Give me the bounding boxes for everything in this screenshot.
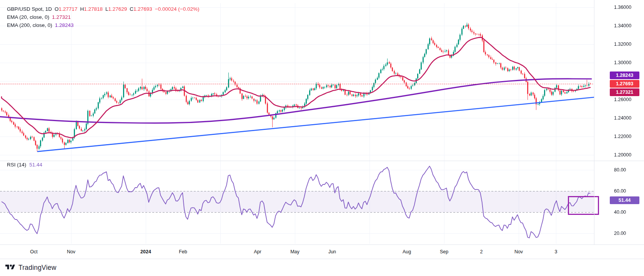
time-axis-label: Aug	[403, 249, 411, 254]
ema20-value: 1.27321	[52, 14, 71, 20]
ohlc-open: O1.27717	[55, 6, 77, 12]
price-axis-label: 1.24000	[614, 115, 631, 121]
tradingview-logo-link[interactable]: TradingView	[5, 263, 57, 272]
time-axis-separator	[0, 244, 644, 245]
rsi-value: 51.44	[29, 162, 42, 168]
time-axis-label: Feb	[179, 249, 187, 254]
price-axis-label: 1.36000	[614, 5, 631, 10]
time-axis-label: Nov	[67, 249, 75, 254]
rsi-axis-label: 40.00	[614, 209, 626, 215]
ohlc-low: L1.27629	[105, 6, 127, 12]
price-axis-label: 1.22000	[614, 134, 631, 139]
price-axis-label: 1.26000	[614, 97, 631, 102]
price-change: −0.00024 (−0.02%)	[155, 6, 200, 12]
chart-legend: GBP/USD Spot, 1D O1.27717 H1.27818 L1.27…	[7, 6, 199, 28]
ohlc-high: H1.27818	[80, 6, 103, 12]
rsi-axis-label: 20.00	[614, 231, 626, 236]
rsi-value-badge: 51.44	[610, 196, 639, 204]
chart-canvas[interactable]	[0, 0, 644, 259]
tradingview-logo-text: TradingView	[18, 264, 57, 272]
time-axis-label: Jun	[328, 249, 336, 254]
price-axis-label: 1.32000	[614, 42, 631, 47]
time-axis-label: 2024	[140, 249, 151, 254]
time-scale[interactable]: OctNov2024FebAprMayJunAugSep2Nov3	[0, 245, 644, 258]
time-axis-label: 3	[555, 249, 557, 254]
panel-separator[interactable]	[0, 161, 644, 161]
rsi-legend-row[interactable]: RSI (14) 51.44	[7, 162, 42, 168]
ema200-value: 1.28243	[55, 22, 74, 28]
ohlc-close: C1.27693	[130, 6, 152, 12]
ema20-price-badge: 1.27321	[610, 88, 639, 96]
time-axis-label: Nov	[514, 249, 523, 254]
rsi-axis-label: 80.00	[614, 167, 626, 173]
tradingview-logo-icon	[5, 263, 15, 272]
rsi-axis-label: 60.00	[614, 188, 626, 194]
last-price-badge: 1.27693	[610, 80, 639, 88]
price-axis-label: 1.30000	[614, 60, 631, 65]
time-axis-label: Sep	[440, 249, 448, 254]
price-axis-label: 1.34000	[614, 23, 631, 28]
time-axis-label: May	[290, 249, 300, 254]
symbol-title: GBP/USD Spot, 1D	[7, 6, 52, 12]
ema20-legend-row[interactable]: EMA (20, close, 0) 1.27321	[7, 14, 199, 20]
time-axis-label: Oct	[30, 249, 37, 254]
ema20-label: EMA (20, close, 0)	[7, 14, 49, 20]
price-scale-separator	[594, 0, 594, 244]
footer-bar: TradingView	[0, 259, 644, 276]
ema200-label: EMA (200, close, 0)	[7, 22, 52, 28]
rsi-label: RSI (14)	[7, 162, 26, 168]
ema200-price-badge: 1.28243	[610, 71, 639, 79]
ema200-legend-row[interactable]: EMA (200, close, 0) 1.28243	[7, 22, 199, 28]
tradingview-chart-window: GBP/USD Spot, 1D O1.27717 H1.27818 L1.27…	[0, 0, 644, 276]
symbol-legend-row[interactable]: GBP/USD Spot, 1D O1.27717 H1.27818 L1.27…	[7, 6, 199, 12]
time-axis-label: Apr	[254, 249, 261, 254]
price-axis-label: 1.20000	[614, 152, 631, 158]
time-axis-label: 2	[480, 249, 483, 254]
